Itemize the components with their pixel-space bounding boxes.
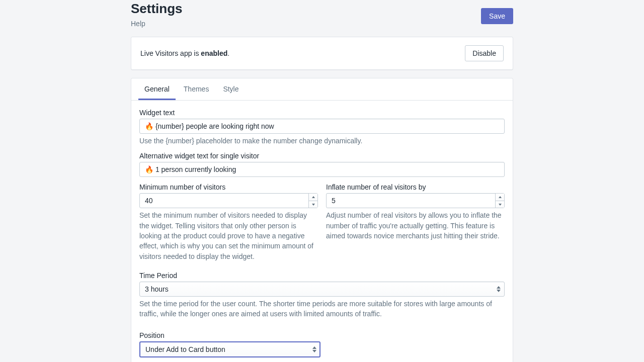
widget-text-label: Widget text [139,109,505,117]
save-button[interactable]: Save [481,8,513,24]
alt-text-label: Alternative widget text for single visit… [139,152,505,160]
inflate-down[interactable] [496,201,504,208]
min-visitors-help: Set the minimum number of visitors neede… [139,210,318,261]
position-select[interactable]: Under Add to Card button [139,341,320,357]
inflate-up[interactable] [496,194,504,201]
position-label: Position [139,331,505,339]
time-period-select[interactable]: 3 hours [139,282,505,297]
inflate-help: Adjust number of real visitors by allows… [326,210,505,241]
page-title: Settings [131,1,183,17]
svg-marker-2 [499,196,502,198]
time-period-help: Set the time period for the user count. … [139,299,505,319]
help-link[interactable]: Help [131,20,145,28]
page-header: Settings Help Save [131,0,513,28]
widget-text-input[interactable] [139,119,505,134]
svg-marker-1 [312,204,315,206]
tab-panel-general: Widget text Use the {number} placeholder… [131,101,513,362]
tab-general[interactable]: General [138,78,176,100]
min-visitors-input[interactable] [139,193,318,208]
app-status-text: Live Visitors app is enabled. [140,49,229,57]
field-alt-text: Alternative widget text for single visit… [139,152,505,177]
inflate-label: Inflate number of real visitors by [326,183,505,191]
status-card: Live Visitors app is enabled. Disable [131,37,513,70]
widget-text-help: Use the {number} placeholder to make the… [139,136,505,146]
svg-marker-0 [312,196,315,198]
field-widget-text: Widget text Use the {number} placeholder… [139,109,505,146]
settings-card: General Themes Style Widget text Use the… [131,78,513,362]
min-visitors-up[interactable] [309,194,317,201]
svg-marker-3 [499,204,502,206]
inflate-input[interactable] [326,193,505,208]
tab-style[interactable]: Style [217,78,245,100]
disable-button[interactable]: Disable [465,45,504,61]
field-inflate: Inflate number of real visitors by Adjus… [326,183,505,261]
inflate-spinner [495,194,504,208]
min-visitors-spinner [308,194,317,208]
min-visitors-label: Minimum number of visitors [139,183,318,191]
tabs: General Themes Style [131,78,513,101]
field-min-visitors: Minimum number of visitors Set the minim… [139,183,318,261]
time-period-label: Time Period [139,272,505,280]
status-suffix: . [227,49,229,57]
status-state: enabled [201,49,227,57]
field-position: Position Under Add to Card button [139,331,505,357]
alt-text-input[interactable] [139,162,505,177]
tab-themes[interactable]: Themes [178,78,215,100]
min-visitors-down[interactable] [309,201,317,208]
status-prefix: Live Visitors app is [140,49,201,57]
row-numbers: Minimum number of visitors Set the minim… [139,183,505,265]
field-time-period: Time Period 3 hours Set the time period … [139,272,505,319]
